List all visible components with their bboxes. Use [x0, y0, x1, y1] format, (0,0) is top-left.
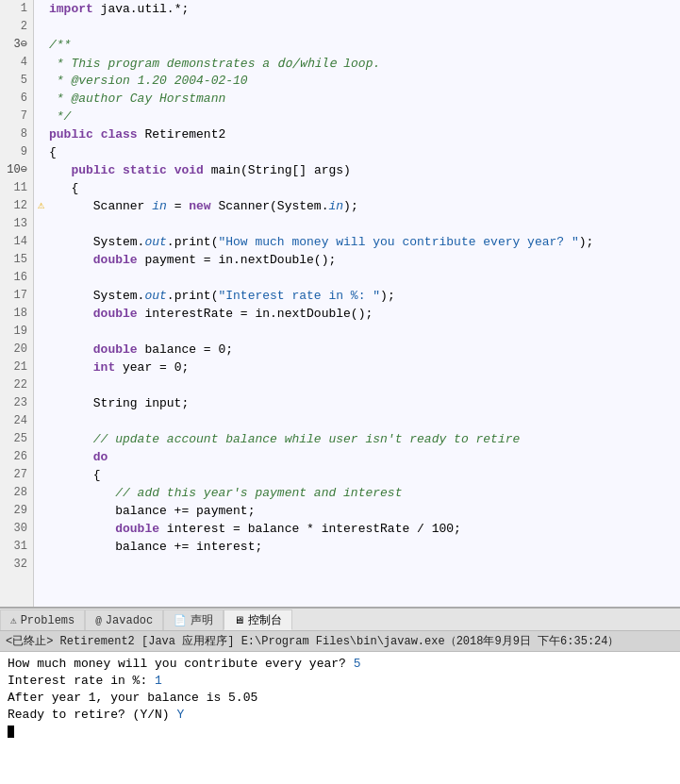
code-segment: .print( [167, 287, 219, 305]
decl-tab-label: 声明 [191, 612, 213, 628]
code-lines: import java.util.*;/** * This program de… [34, 0, 680, 607]
line-number-16: 16 [6, 269, 27, 287]
code-segment: class [101, 125, 138, 143]
code-line-29: balance += payment; [38, 502, 680, 520]
code-line-18: double interestRate = in.nextDouble(); [38, 305, 680, 323]
code-line-6: * @author Cay Horstmann [38, 90, 680, 108]
editor-area: 123⊖45678910⊖111213141516171819202122232… [0, 0, 680, 609]
console-cursor-line [8, 724, 672, 741]
code-segment [49, 520, 115, 538]
code-line-5: * @version 1.20 2004-02-10 [38, 72, 680, 90]
code-segment: /** [49, 36, 71, 54]
code-segment: = [167, 197, 189, 215]
tab-decl[interactable]: 📄声明 [163, 609, 224, 630]
tab-problems[interactable]: ⚠Problems [0, 609, 85, 630]
line-number-10: 10⊖ [6, 161, 27, 179]
code-segment: in [152, 197, 167, 215]
line-number-15: 15 [6, 251, 27, 269]
code-segment: { [49, 466, 101, 484]
code-segment: Cay Horstmann [123, 90, 225, 108]
code-segment: String input; [49, 394, 189, 412]
code-segment: public [49, 125, 93, 143]
code-segment: balance += interest; [49, 538, 262, 556]
code-segment [49, 251, 93, 269]
code-segment [49, 305, 93, 323]
line-number-4: 4 [6, 54, 27, 72]
code-segment: { [49, 179, 78, 197]
problems-tab-icon: ⚠ [10, 614, 17, 626]
code-segment: static [123, 161, 167, 179]
console-header: <已终止> Retirement2 [Java 应用程序] E:\Program… [0, 631, 680, 652]
line-number-7: 7 [6, 108, 27, 125]
console-line-0: How much money will you contribute every… [8, 656, 672, 673]
code-segment: Scanner(System. [211, 197, 329, 215]
line-number-27: 27 [6, 466, 27, 484]
code-line-10: public static void main(String[] args) [38, 161, 680, 179]
decl-tab-icon: 📄 [174, 614, 187, 626]
line-number-24: 24 [6, 412, 27, 430]
code-segment: interestRate = in.nextDouble(); [138, 305, 373, 323]
code-line-20: double balance = 0; [38, 341, 680, 359]
code-line-17: System.out.print("Interest rate in %: ")… [38, 287, 680, 305]
code-segment: @version [71, 72, 129, 90]
code-line-28: // add this year's payment and interest [38, 484, 680, 502]
code-segment: * [49, 72, 71, 90]
code-segment: double [93, 341, 138, 359]
code-segment: "How much money will you contribute ever… [218, 233, 578, 251]
console-text-2: After year 1, your balance is 5.05 [8, 691, 257, 705]
code-segment: main(String[] args) [204, 161, 351, 179]
code-line-27: { [38, 466, 680, 484]
line-numbers: 123⊖45678910⊖111213141516171819202122232… [0, 0, 34, 607]
code-segment [49, 430, 93, 448]
console-text-0: How much money will you contribute every… [8, 657, 354, 671]
code-line-24 [38, 412, 680, 430]
code-segment: double [93, 305, 138, 323]
line-number-23: 23 [6, 394, 27, 412]
code-segment: .print( [167, 233, 219, 251]
line-number-31: 31 [6, 538, 27, 556]
code-segment: in [328, 197, 343, 215]
code-line-1: import java.util.*; [38, 0, 680, 18]
tab-console[interactable]: 🖥控制台 [224, 609, 292, 630]
console-cursor [8, 726, 14, 738]
tab-javadoc[interactable]: @Javadoc [85, 609, 163, 630]
code-segment [115, 161, 123, 179]
line-number-29: 29 [6, 502, 27, 520]
line-number-13: 13 [6, 215, 27, 233]
bottom-panel: ⚠Problems@Javadoc📄声明🖥控制台 <已终止> Retiremen… [0, 609, 680, 784]
code-segment: 1.20 2004-02-10 [130, 72, 248, 90]
code-segment [49, 341, 93, 359]
code-segment: ); [579, 233, 594, 251]
line-number-17: 17 [6, 287, 27, 305]
code-segment: double [115, 520, 159, 538]
warning-icon: ⚠ [38, 199, 44, 212]
line-number-9: 9 [6, 143, 27, 161]
code-segment: // update account balance while user isn… [93, 430, 520, 448]
code-segment: out [144, 287, 166, 305]
problems-tab-label: Problems [21, 614, 75, 627]
line-number-8: 8 [6, 125, 27, 143]
code-segment: new [189, 197, 210, 215]
code-line-25: // update account balance while user isn… [38, 430, 680, 448]
code-line-31: balance += interest; [38, 538, 680, 556]
line-number-26: 26 [6, 448, 27, 466]
line-number-11: 11 [6, 179, 27, 197]
console-tab-icon: 🖥 [234, 614, 244, 626]
code-line-4: * This program demonstrates a do/while l… [38, 54, 680, 72]
code-line-16 [38, 269, 680, 287]
code-segment [49, 161, 71, 179]
code-segment: @author [71, 90, 123, 108]
code-segment: System. [49, 287, 144, 305]
line-number-22: 22 [6, 376, 27, 394]
code-segment [49, 359, 93, 376]
code-line-32 [38, 556, 680, 574]
editor-scrollbar[interactable] [0, 607, 680, 609]
line-number-30: 30 [6, 520, 27, 538]
code-line-13 [38, 215, 680, 233]
code-segment: */ [49, 108, 71, 125]
code-line-21: int year = 0; [38, 359, 680, 376]
console-tab-label: 控制台 [248, 612, 282, 628]
line-number-25: 25 [6, 430, 27, 448]
tabs-bar: ⚠Problems@Javadoc📄声明🖥控制台 [0, 609, 680, 631]
code-segment: java.util.*; [93, 0, 189, 18]
